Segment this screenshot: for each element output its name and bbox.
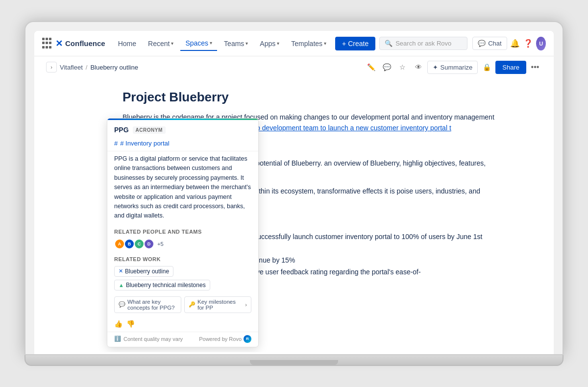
watch-icon[interactable]: 👁 xyxy=(412,60,425,74)
notifications-button[interactable]: 🔔 xyxy=(510,36,520,51)
comment-icon[interactable]: 💬 xyxy=(380,60,394,74)
toolbar-icons: ✏️ 💬 ☆ 👁 ✦ Summarize 🔒 Share ••• xyxy=(365,60,542,74)
edit-icon[interactable]: ✏️ xyxy=(365,60,378,74)
nav-home[interactable]: Home xyxy=(113,37,141,50)
sheet-icon: ▲ xyxy=(119,282,124,288)
related-people-label: Related people and teams xyxy=(107,226,258,237)
ai-icon: ✦ xyxy=(433,64,438,71)
question-chip-1[interactable]: 💬 What are key concepts for PPG? xyxy=(114,296,181,313)
info-icon: ℹ️ xyxy=(114,336,121,342)
chat-button[interactable]: 💬 Chat xyxy=(472,37,507,50)
content-quality-note: ℹ️ Content quality may vary xyxy=(114,336,183,342)
logo-x-icon: ✕ xyxy=(55,38,63,49)
more-options-button[interactable]: ••• xyxy=(528,60,542,74)
avatar-3: C xyxy=(134,239,145,249)
expand-sidebar-button[interactable]: › xyxy=(46,62,57,73)
teams-chevron-icon: ▾ xyxy=(245,41,248,46)
logo[interactable]: ✕ Confluence xyxy=(55,38,105,49)
popup-space-tag[interactable]: # # Inventory portal xyxy=(107,138,258,151)
confluence-icon: ✕ xyxy=(119,268,123,274)
popup-avatars: A B C D +5 xyxy=(107,237,258,253)
lock-icon[interactable]: 🔒 xyxy=(480,60,493,74)
chat-icon: 💬 xyxy=(478,40,486,47)
hash-icon: # xyxy=(114,140,118,147)
summarize-label: Summarize xyxy=(441,64,473,71)
user-avatar[interactable]: U xyxy=(536,37,546,50)
nav-templates[interactable]: Templates ▾ xyxy=(286,37,331,50)
key-q-icon: 🔑 xyxy=(189,301,196,308)
thumbs-up-button[interactable]: 👍 xyxy=(114,320,122,328)
rovo-icon: R xyxy=(244,335,251,343)
main-content: Project Blueberry Blueberry is the coden… xyxy=(34,78,554,352)
bell-icon: 🔔 xyxy=(510,39,520,48)
apps-chevron-icon: ▾ xyxy=(277,41,279,46)
nav-apps[interactable]: Apps ▾ xyxy=(255,37,284,50)
popup-questions: 💬 What are key concepts for PPG? 🔑 Key m… xyxy=(107,294,258,317)
search-bar[interactable]: 🔍 Search or ask Rovo xyxy=(379,37,467,50)
avatar-4: D xyxy=(144,239,154,249)
nav-spaces[interactable]: Spaces ▾ xyxy=(180,36,217,51)
avatar-2: B xyxy=(124,239,135,249)
star-icon[interactable]: ☆ xyxy=(396,60,410,74)
popup-title: PPG xyxy=(114,126,129,134)
popup-badge: ACRONYM xyxy=(133,126,166,134)
nav-teams[interactable]: Teams ▾ xyxy=(219,37,253,50)
summarize-button[interactable]: ✦ Summarize xyxy=(427,61,478,74)
related-work-items: ✕ Blueberry outline ▲ Blueberry technica… xyxy=(107,264,258,294)
rovo-powered: Powered by Rovo R xyxy=(199,335,251,343)
document-title: Project Blueberry xyxy=(122,90,495,105)
nav-recent[interactable]: Recent ▾ xyxy=(143,37,178,50)
popup-feedback: 👍 👎 xyxy=(107,317,258,332)
search-icon: 🔍 xyxy=(385,40,392,47)
popup-footer: ℹ️ Content quality may vary Powered by R… xyxy=(107,332,258,347)
related-work-label: Related work xyxy=(107,253,258,264)
popup-header: PPG ACRONYM xyxy=(107,120,258,138)
avatar-1: A xyxy=(114,239,125,249)
apps-grid-icon[interactable] xyxy=(42,38,51,49)
breadcrumb-space[interactable]: Vitafleet xyxy=(60,64,83,71)
avatar-count: +5 xyxy=(157,241,164,247)
search-placeholder: Search or ask Rovo xyxy=(395,40,451,47)
chat-label: Chat xyxy=(488,40,501,47)
breadcrumb-page: Blueberry outline xyxy=(90,64,138,71)
ppg-popup: PPG ACRONYM # # Inventory portal PPG is … xyxy=(107,118,259,347)
navbar: ✕ Confluence Home Recent ▾ Spaces ▾ Team… xyxy=(34,31,554,56)
question-chip-2[interactable]: 🔑 Key milestones for PP › xyxy=(184,296,251,313)
share-button[interactable]: Share xyxy=(495,61,526,74)
templates-chevron-icon: ▾ xyxy=(324,41,326,46)
help-button[interactable]: ❓ xyxy=(523,36,534,51)
chat-q-icon: 💬 xyxy=(119,301,125,308)
create-button[interactable]: + Create xyxy=(335,37,375,50)
spaces-chevron-icon: ▾ xyxy=(210,40,212,46)
recent-chevron-icon: ▾ xyxy=(171,41,173,46)
popup-description: PPG is a digital platform or service tha… xyxy=(107,151,258,226)
help-icon: ❓ xyxy=(523,39,533,48)
breadcrumb-bar: › Vitafleet / Blueberry outline ✏️ 💬 ☆ 👁… xyxy=(34,56,554,78)
related-chip-2[interactable]: ▲ Blueberry technical milestones xyxy=(114,280,210,290)
related-chip-1[interactable]: ✕ Blueberry outline xyxy=(114,266,173,277)
breadcrumb-separator: / xyxy=(86,64,88,71)
logo-text: Confluence xyxy=(65,39,105,48)
thumbs-down-button[interactable]: 👎 xyxy=(126,320,135,328)
